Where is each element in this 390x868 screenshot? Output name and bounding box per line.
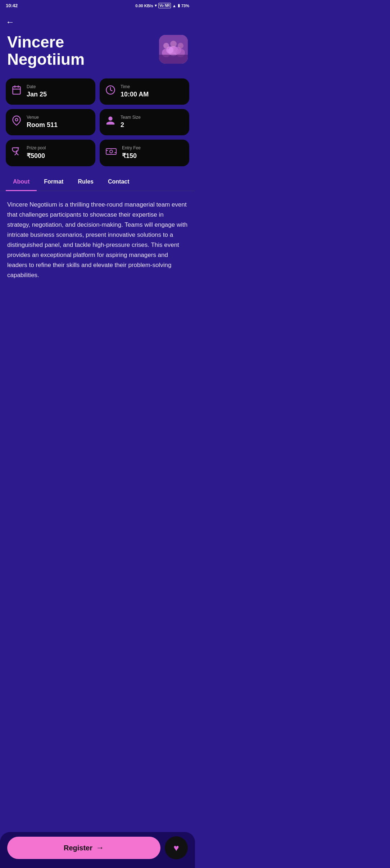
calendar-icon [12, 85, 22, 98]
svg-point-7 [163, 43, 169, 49]
time-card: Time 10:00 AM [100, 78, 189, 105]
prize-content: Prize pool ₹5000 [27, 145, 46, 160]
svg-point-9 [178, 43, 183, 49]
location-icon [12, 116, 22, 128]
teamsize-content: Team Size 2 [121, 115, 141, 129]
network-speed: 0.00 KB/s [135, 4, 153, 8]
event-title: Vincere Negotiium [7, 33, 85, 68]
status-bar: 10:42 0.00 KB/s ▾ Vo NR ▲ ▮ 73% [0, 0, 195, 10]
date-card: Date Jan 25 [6, 78, 95, 105]
tab-rules[interactable]: Rules [71, 173, 101, 191]
date-content: Date Jan 25 [27, 84, 47, 98]
fee-label: Entry Fee [122, 145, 141, 150]
venue-card: Venue Room 511 [6, 109, 95, 135]
venue-value: Room 511 [27, 121, 58, 129]
time-label: Time [121, 84, 149, 89]
svg-rect-6 [159, 55, 188, 64]
time-content: Time 10:00 AM [121, 84, 149, 98]
svg-point-8 [170, 41, 177, 47]
fee-value: ₹150 [122, 152, 141, 160]
date-label: Date [27, 84, 47, 89]
trophy-icon [12, 146, 22, 159]
teamsize-card: Team Size 2 [100, 109, 189, 135]
title-line2: Negotiium [7, 51, 85, 68]
back-button[interactable]: ← [0, 10, 195, 30]
info-cards-grid: Date Jan 25 Time 10:00 AM Venue Room 511 [0, 76, 195, 172]
event-header: Vincere Negotiium [0, 30, 195, 76]
tabs-bar: About Format Rules Contact [0, 173, 195, 191]
time-value: 10:00 AM [121, 91, 149, 98]
tab-about[interactable]: About [6, 173, 37, 191]
teamsize-value: 2 [121, 121, 141, 129]
event-thumbnail [159, 35, 188, 64]
svg-rect-10 [13, 86, 21, 94]
venue-label: Venue [27, 115, 58, 120]
content-area: Vincere Negotiium is a thrilling three-r… [0, 191, 195, 335]
wifi-icon: ▾ [155, 3, 157, 8]
battery-percent: 73% [181, 4, 189, 8]
teamsize-label: Team Size [121, 115, 141, 120]
prize-value: ₹5000 [27, 152, 46, 160]
about-text: Vincere Negotiium is a thrilling three-r… [7, 200, 188, 280]
status-icons: 0.00 KB/s ▾ Vo NR ▲ ▮ 73% [135, 3, 189, 8]
svg-rect-17 [106, 149, 116, 154]
venue-content: Venue Room 511 [27, 115, 58, 129]
prize-card: Prize pool ₹5000 [6, 140, 95, 166]
battery-icon: ▮ [178, 3, 180, 8]
fee-content: Entry Fee ₹150 [122, 145, 141, 160]
tab-format[interactable]: Format [37, 173, 71, 191]
clock-icon [105, 85, 115, 98]
tab-contact[interactable]: Contact [101, 173, 137, 191]
svg-point-18 [110, 150, 113, 153]
vonr-icon: Vo NR [158, 3, 171, 8]
person-icon [105, 116, 115, 128]
prize-label: Prize pool [27, 145, 46, 150]
date-value: Jan 25 [27, 91, 47, 98]
svg-point-15 [15, 118, 18, 121]
fee-card: Entry Fee ₹150 [100, 140, 189, 166]
money-icon [105, 147, 117, 158]
status-time: 10:42 [6, 3, 18, 8]
title-line1: Vincere [7, 33, 85, 51]
signal-icon: ▲ [172, 4, 176, 8]
